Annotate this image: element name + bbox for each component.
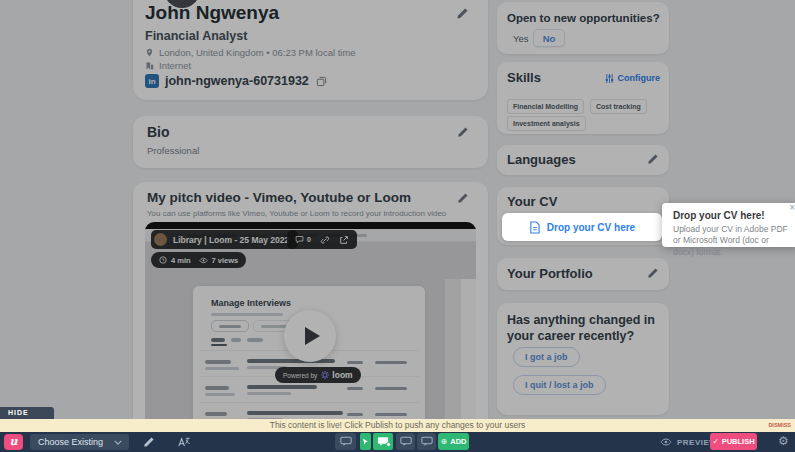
cv-file-icon xyxy=(529,221,540,234)
pencil-tool-icon[interactable] xyxy=(143,436,155,448)
tooltip-shape-icon xyxy=(400,436,412,447)
cursor-icon xyxy=(362,437,369,447)
active-dot xyxy=(386,442,392,448)
add-label: ADD xyxy=(450,437,466,446)
drop-cv-label: Drop your CV here xyxy=(547,222,635,233)
cursor-element-button[interactable] xyxy=(360,433,371,450)
tooltip-element-button-2[interactable] xyxy=(396,433,415,450)
gear-icon[interactable]: ⚙ xyxy=(778,435,789,447)
add-button[interactable]: ⊕ ADD xyxy=(438,433,469,450)
hide-tab[interactable]: HIDE xyxy=(0,407,54,419)
translate-icon[interactable] xyxy=(177,436,190,448)
banner-element-button[interactable] xyxy=(335,433,356,450)
check-icon: ✓ xyxy=(712,438,718,446)
tooltip-shape-icon xyxy=(340,436,352,447)
banner-dismiss-link[interactable]: DISMISS xyxy=(768,422,791,428)
tooltip-close-icon[interactable]: × xyxy=(789,203,795,213)
logo-letter: u xyxy=(10,436,18,447)
chevron-down-icon xyxy=(114,440,122,445)
plus-circle-icon: ⊕ xyxy=(441,438,448,446)
live-banner-message: This content is live! Click Publish to p… xyxy=(0,419,795,432)
publish-button[interactable]: ✓ PUBLISH xyxy=(710,433,757,450)
drop-cv-button[interactable]: Drop your CV here xyxy=(502,213,662,241)
preview-eye-icon xyxy=(660,438,672,446)
builder-toolbar: u Choose Existing ⊕ ADD PREV xyxy=(0,432,795,452)
tooltip-shape-icon xyxy=(421,436,433,447)
tooltip-body: Upload your CV in Adobe PDF or Microsoft… xyxy=(673,224,791,258)
publish-label: PUBLISH xyxy=(722,437,755,446)
live-banner: This content is live! Click Publish to p… xyxy=(0,419,795,432)
userpilot-logo[interactable]: u xyxy=(4,434,23,450)
tooltip-element-button-active[interactable] xyxy=(373,433,393,450)
dropdown-value: Choose Existing xyxy=(38,437,103,447)
tooltip-title: Drop your CV here! xyxy=(673,210,765,221)
tooltip-element-button-3[interactable] xyxy=(417,433,436,450)
screen: John Ngwenya Financial Analyst London, U… xyxy=(0,0,795,452)
cv-tooltip: × Drop your CV here! Upload your CV in A… xyxy=(662,203,795,247)
choose-existing-dropdown[interactable]: Choose Existing xyxy=(30,434,129,450)
preview-button[interactable]: PREVIEW xyxy=(660,434,717,451)
